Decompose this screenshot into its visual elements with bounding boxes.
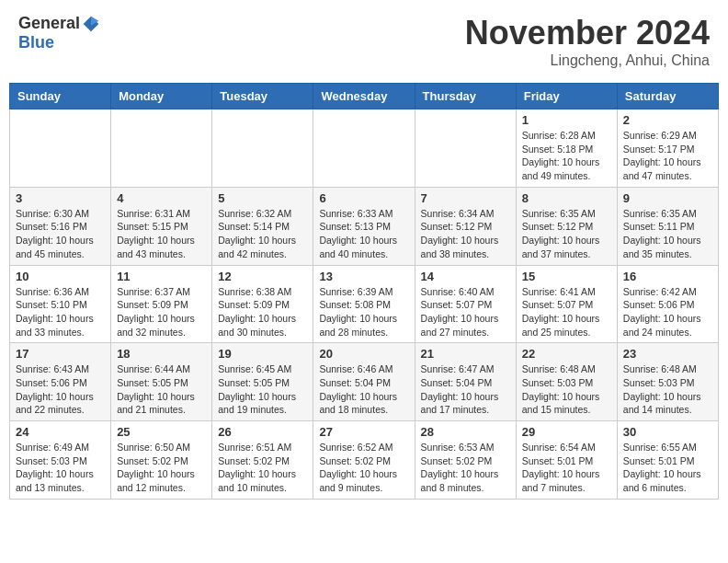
day-number: 10 — [16, 270, 105, 283]
day-info: Sunrise: 6:30 AMSunset: 5:16 PMDaylight:… — [16, 207, 105, 261]
column-header-saturday: Saturday — [617, 84, 718, 109]
day-cell: 20Sunrise: 6:46 AMSunset: 5:04 PMDayligh… — [313, 343, 415, 421]
day-number: 11 — [117, 270, 206, 283]
week-row-2: 3Sunrise: 6:30 AMSunset: 5:16 PMDaylight… — [10, 187, 719, 265]
day-cell: 18Sunrise: 6:44 AMSunset: 5:05 PMDayligh… — [111, 343, 212, 421]
column-header-sunday: Sunday — [10, 84, 111, 109]
day-number: 25 — [117, 425, 206, 439]
day-number: 29 — [522, 425, 611, 439]
day-cell: 15Sunrise: 6:41 AMSunset: 5:07 PMDayligh… — [516, 265, 617, 343]
day-cell: 21Sunrise: 6:47 AMSunset: 5:04 PMDayligh… — [415, 343, 516, 421]
day-cell — [415, 109, 516, 188]
day-number: 9 — [623, 191, 712, 205]
day-cell — [212, 109, 313, 188]
day-cell: 12Sunrise: 6:38 AMSunset: 5:09 PMDayligh… — [212, 265, 313, 343]
day-number: 23 — [623, 347, 712, 361]
day-number: 6 — [319, 191, 408, 205]
day-number: 7 — [421, 191, 510, 205]
day-info: Sunrise: 6:28 AMSunset: 5:18 PMDaylight:… — [522, 129, 611, 183]
day-number: 28 — [421, 425, 510, 439]
logo-blue-text: Blue — [18, 33, 54, 52]
day-info: Sunrise: 6:43 AMSunset: 5:06 PMDaylight:… — [16, 362, 105, 417]
day-number: 5 — [218, 191, 307, 205]
day-cell: 1Sunrise: 6:28 AMSunset: 5:18 PMDaylight… — [516, 109, 617, 188]
week-row-4: 17Sunrise: 6:43 AMSunset: 5:06 PMDayligh… — [10, 343, 719, 421]
day-number: 4 — [117, 191, 206, 205]
day-cell: 25Sunrise: 6:50 AMSunset: 5:02 PMDayligh… — [111, 421, 212, 500]
day-number: 24 — [16, 425, 105, 439]
day-info: Sunrise: 6:36 AMSunset: 5:10 PMDaylight:… — [16, 285, 105, 339]
calendar-table: SundayMondayTuesdayWednesdayThursdayFrid… — [9, 83, 719, 500]
day-cell: 7Sunrise: 6:34 AMSunset: 5:12 PMDaylight… — [415, 187, 516, 265]
logo: General Blue — [18, 14, 100, 52]
day-cell: 28Sunrise: 6:53 AMSunset: 5:02 PMDayligh… — [415, 421, 516, 500]
day-cell — [111, 109, 212, 188]
day-cell — [313, 109, 415, 188]
day-cell — [10, 109, 111, 188]
day-info: Sunrise: 6:33 AMSunset: 5:13 PMDaylight:… — [319, 207, 408, 261]
day-cell: 24Sunrise: 6:49 AMSunset: 5:03 PMDayligh… — [10, 421, 111, 500]
location-text: Lingcheng, Anhui, China — [465, 52, 710, 69]
day-info: Sunrise: 6:35 AMSunset: 5:12 PMDaylight:… — [522, 207, 611, 261]
day-number: 16 — [623, 270, 712, 283]
day-cell: 4Sunrise: 6:31 AMSunset: 5:15 PMDaylight… — [111, 187, 212, 265]
day-info: Sunrise: 6:44 AMSunset: 5:05 PMDaylight:… — [117, 362, 206, 417]
month-title: November 2024 — [465, 14, 710, 52]
day-cell: 26Sunrise: 6:51 AMSunset: 5:02 PMDayligh… — [212, 421, 313, 500]
day-info: Sunrise: 6:31 AMSunset: 5:15 PMDaylight:… — [117, 207, 206, 261]
logo-icon — [82, 15, 100, 33]
week-row-3: 10Sunrise: 6:36 AMSunset: 5:10 PMDayligh… — [10, 265, 719, 343]
week-row-1: 1Sunrise: 6:28 AMSunset: 5:18 PMDaylight… — [10, 109, 719, 188]
day-cell: 11Sunrise: 6:37 AMSunset: 5:09 PMDayligh… — [111, 265, 212, 343]
day-number: 1 — [522, 113, 611, 127]
week-row-5: 24Sunrise: 6:49 AMSunset: 5:03 PMDayligh… — [10, 421, 719, 500]
day-number: 30 — [623, 425, 712, 439]
day-cell: 27Sunrise: 6:52 AMSunset: 5:02 PMDayligh… — [313, 421, 415, 500]
day-cell: 30Sunrise: 6:55 AMSunset: 5:01 PMDayligh… — [617, 421, 718, 500]
day-info: Sunrise: 6:42 AMSunset: 5:06 PMDaylight:… — [623, 285, 712, 339]
day-info: Sunrise: 6:46 AMSunset: 5:04 PMDaylight:… — [319, 362, 408, 417]
day-number: 12 — [218, 270, 307, 283]
page-header: General Blue November 2024 Lingcheng, An… — [9, 9, 719, 74]
day-number: 22 — [522, 347, 611, 361]
day-number: 19 — [218, 347, 307, 361]
day-info: Sunrise: 6:34 AMSunset: 5:12 PMDaylight:… — [421, 207, 510, 261]
day-info: Sunrise: 6:41 AMSunset: 5:07 PMDaylight:… — [522, 285, 611, 339]
day-info: Sunrise: 6:38 AMSunset: 5:09 PMDaylight:… — [218, 285, 307, 339]
column-header-tuesday: Tuesday — [212, 84, 313, 109]
day-cell: 8Sunrise: 6:35 AMSunset: 5:12 PMDaylight… — [516, 187, 617, 265]
day-cell: 3Sunrise: 6:30 AMSunset: 5:16 PMDaylight… — [10, 187, 111, 265]
day-cell: 29Sunrise: 6:54 AMSunset: 5:01 PMDayligh… — [516, 421, 617, 500]
day-info: Sunrise: 6:37 AMSunset: 5:09 PMDaylight:… — [117, 285, 206, 339]
column-header-monday: Monday — [111, 84, 212, 109]
day-info: Sunrise: 6:45 AMSunset: 5:05 PMDaylight:… — [218, 362, 307, 417]
column-header-wednesday: Wednesday — [313, 84, 415, 109]
day-number: 15 — [522, 270, 611, 283]
day-number: 8 — [522, 191, 611, 205]
day-cell: 10Sunrise: 6:36 AMSunset: 5:10 PMDayligh… — [10, 265, 111, 343]
day-number: 17 — [16, 347, 105, 361]
day-cell: 19Sunrise: 6:45 AMSunset: 5:05 PMDayligh… — [212, 343, 313, 421]
title-block: November 2024 Lingcheng, Anhui, China — [465, 14, 710, 69]
day-number: 18 — [117, 347, 206, 361]
day-info: Sunrise: 6:35 AMSunset: 5:11 PMDaylight:… — [623, 207, 712, 261]
day-cell: 13Sunrise: 6:39 AMSunset: 5:08 PMDayligh… — [313, 265, 415, 343]
day-number: 20 — [319, 347, 408, 361]
day-info: Sunrise: 6:48 AMSunset: 5:03 PMDaylight:… — [522, 362, 611, 417]
day-info: Sunrise: 6:47 AMSunset: 5:04 PMDaylight:… — [421, 362, 510, 417]
day-number: 3 — [16, 191, 105, 205]
day-info: Sunrise: 6:48 AMSunset: 5:03 PMDaylight:… — [623, 362, 712, 417]
day-cell: 22Sunrise: 6:48 AMSunset: 5:03 PMDayligh… — [516, 343, 617, 421]
day-info: Sunrise: 6:55 AMSunset: 5:01 PMDaylight:… — [623, 441, 712, 495]
day-info: Sunrise: 6:50 AMSunset: 5:02 PMDaylight:… — [117, 441, 206, 495]
day-info: Sunrise: 6:52 AMSunset: 5:02 PMDaylight:… — [319, 441, 408, 495]
day-cell: 16Sunrise: 6:42 AMSunset: 5:06 PMDayligh… — [617, 265, 718, 343]
day-number: 2 — [623, 113, 712, 127]
day-cell: 17Sunrise: 6:43 AMSunset: 5:06 PMDayligh… — [10, 343, 111, 421]
day-cell: 9Sunrise: 6:35 AMSunset: 5:11 PMDaylight… — [617, 187, 718, 265]
day-cell: 6Sunrise: 6:33 AMSunset: 5:13 PMDaylight… — [313, 187, 415, 265]
calendar-header-row: SundayMondayTuesdayWednesdayThursdayFrid… — [10, 84, 719, 109]
day-cell: 23Sunrise: 6:48 AMSunset: 5:03 PMDayligh… — [617, 343, 718, 421]
day-number: 14 — [421, 270, 510, 283]
column-header-friday: Friday — [516, 84, 617, 109]
